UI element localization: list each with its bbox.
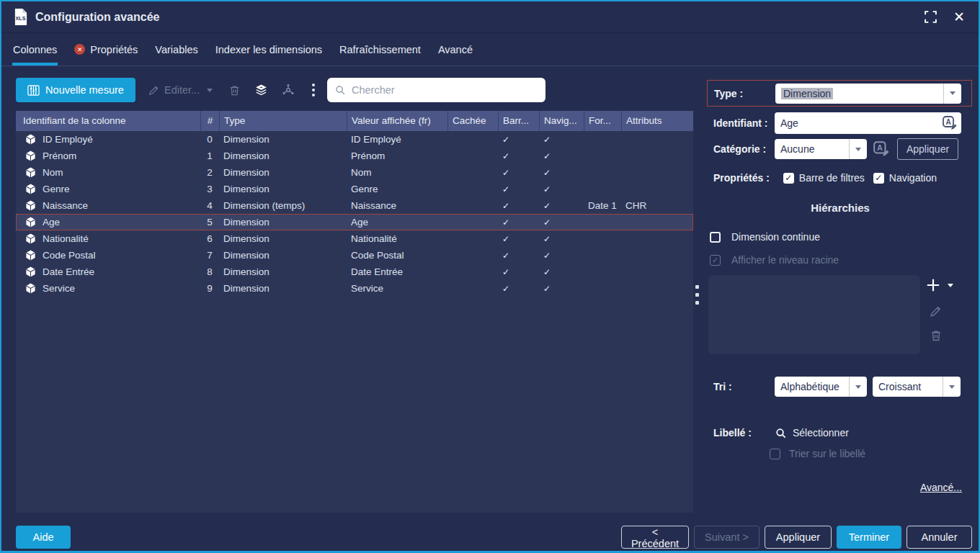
tab-label: Variables — [155, 44, 197, 55]
column-index-value: 5 — [200, 217, 219, 228]
header-cachee[interactable]: Cachée — [447, 111, 498, 131]
tab-proprietes[interactable]: ✕ Propriétés — [74, 33, 138, 66]
table-row[interactable]: Code Postal 7 Dimension Code Postal ✓ ✓ — [16, 247, 693, 264]
header-attributs[interactable]: Attributs — [621, 111, 693, 131]
column-display-value: Date Entrée — [347, 266, 447, 277]
add-hierarchy-button[interactable] — [926, 278, 953, 292]
tab-rafraichissement[interactable]: Rafraîchissement — [339, 33, 421, 66]
toolbar: Nouvelle mesure Editer... — [1, 71, 697, 107]
sort-mode-dropdown[interactable]: Alphabétique — [775, 377, 867, 397]
add-hierarchy-caret-icon[interactable] — [948, 284, 953, 287]
table-row[interactable]: Naissance 4 Dimension (temps) Naissance … — [16, 197, 693, 214]
layers-icon[interactable] — [254, 84, 268, 97]
apply-button[interactable]: Appliquer — [765, 526, 832, 549]
more-options-kebab-icon[interactable] — [310, 84, 317, 96]
format-value: Date 1 — [584, 200, 621, 211]
navigation-checkbox-label: Navigation — [889, 172, 937, 184]
tab-colonnes[interactable]: Colonnes — [13, 33, 57, 66]
navigation-checkbox[interactable]: ✓ — [873, 173, 884, 184]
header-navigation[interactable]: Navig... — [539, 111, 584, 131]
table-row[interactable]: Age 5 Dimension Age ✓ ✓ — [16, 214, 693, 230]
column-identifier-label: Prénom — [43, 150, 76, 161]
fullscreen-icon[interactable] — [922, 9, 938, 25]
column-display-value: Nationalité — [347, 233, 447, 244]
column-type-value: Dimension — [219, 250, 347, 261]
select-label-action[interactable]: Sélectionner — [793, 427, 849, 439]
cube-icon — [25, 250, 36, 261]
tab-indexer-dimensions[interactable]: Indexer les dimensions — [215, 33, 322, 66]
header-barre-filtres[interactable]: Barr... — [498, 111, 539, 131]
finish-button[interactable]: Terminer — [837, 526, 901, 549]
sort-order-dropdown[interactable]: Croissant — [873, 377, 961, 397]
filter-bar-check: ✓ — [498, 168, 539, 178]
network-icon[interactable] — [282, 84, 295, 96]
chevron-down-icon — [943, 377, 961, 397]
dimension-continue-checkbox[interactable] — [710, 232, 721, 243]
categorie-value: Aucune — [775, 143, 849, 155]
column-type-value: Dimension — [219, 184, 347, 194]
panel-splitter-handle[interactable] — [695, 285, 699, 305]
tab-label: Rafraîchissement — [339, 44, 421, 55]
search-input[interactable] — [352, 84, 538, 96]
type-label: Type : — [714, 88, 775, 99]
tab-avance[interactable]: Avancé — [438, 33, 473, 66]
filter-bar-checkbox-label: Barre de filtres — [799, 172, 865, 184]
edit-dropdown-caret-icon[interactable] — [207, 89, 213, 92]
column-index-value: 4 — [200, 200, 219, 211]
delete-hierarchy-icon[interactable] — [930, 329, 943, 342]
column-display-value: Service — [347, 283, 447, 294]
categorie-dropdown[interactable]: Aucune — [775, 139, 867, 159]
column-display-value: Nom — [347, 167, 447, 178]
navigation-check: ✓ — [539, 217, 584, 228]
edit-hierarchy-icon[interactable] — [929, 305, 943, 318]
table-row[interactable]: Genre 3 Dimension Genre ✓ ✓ — [16, 181, 693, 197]
tab-bar: Colonnes ✕ Propriétés Variables Indexer … — [1, 33, 979, 66]
column-type-value: Dimension (temps) — [219, 200, 347, 211]
hierarchies-list[interactable] — [708, 275, 920, 354]
table-row[interactable]: Service 9 Dimension Service ✓ ✓ — [16, 280, 693, 297]
navigation-check: ✓ — [539, 284, 584, 294]
tab-variables[interactable]: Variables — [155, 33, 197, 66]
xls-document-icon: XLS — [13, 8, 28, 26]
delete-icon[interactable] — [228, 84, 241, 96]
show-root-level-checkbox: ✓ — [710, 255, 721, 266]
table-row[interactable]: Nom 2 Dimension Nom ✓ ✓ — [16, 164, 693, 181]
identifiant-input[interactable] — [775, 112, 961, 134]
cube-icon — [25, 217, 36, 228]
next-button[interactable]: Suivant > — [694, 526, 760, 549]
cancel-button[interactable]: Annuler — [906, 526, 972, 549]
previous-button[interactable]: < Précédent — [621, 526, 689, 549]
navigation-check: ✓ — [539, 267, 584, 277]
header-valeur-affichee[interactable]: Valeur affichée (fr) — [347, 111, 447, 131]
table-row[interactable]: Prénom 1 Dimension Prénom ✓ ✓ — [16, 148, 693, 164]
translate-icon[interactable]: A — [942, 115, 958, 133]
select-label-search-icon — [775, 427, 787, 439]
column-type-value: Dimension — [219, 233, 347, 244]
translate-categorie-icon[interactable]: A — [873, 140, 890, 158]
help-button[interactable]: Aide — [16, 526, 71, 549]
type-dropdown[interactable]: Dimension — [775, 84, 961, 104]
edit-button[interactable]: Editer... — [164, 84, 200, 96]
title-bar: XLS Configuration avancée ✕ — [1, 1, 979, 33]
header-identifiant[interactable]: Identifiant de la colonne — [16, 111, 200, 131]
svg-text:A: A — [945, 118, 950, 126]
column-identifier-label: Naissance — [43, 200, 88, 211]
new-measure-label: Nouvelle mesure — [45, 84, 124, 96]
table-row[interactable]: ID Employé 0 Dimension ID Employé ✓ ✓ — [16, 131, 693, 148]
chevron-down-icon — [849, 377, 867, 397]
cube-icon — [25, 184, 36, 194]
column-identifier-label: Age — [43, 217, 60, 228]
header-index[interactable]: # — [200, 111, 219, 131]
tab-label: Colonnes — [13, 44, 57, 55]
filter-bar-checkbox[interactable]: ✓ — [783, 173, 794, 184]
table-row[interactable]: Nationalité 6 Dimension Nationalité ✓ ✓ — [16, 230, 693, 247]
new-measure-button[interactable]: Nouvelle mesure — [16, 78, 135, 102]
header-type[interactable]: Type — [219, 111, 347, 131]
header-format[interactable]: For... — [584, 111, 621, 131]
avance-link[interactable]: Avancé... — [920, 482, 962, 493]
filter-bar-check: ✓ — [498, 217, 539, 228]
filter-bar-check: ✓ — [498, 201, 539, 211]
close-icon[interactable]: ✕ — [951, 9, 967, 25]
table-row[interactable]: Date Entrée 8 Dimension Date Entrée ✓ ✓ — [16, 264, 693, 280]
appliquer-categorie-button[interactable]: Appliquer — [897, 138, 958, 160]
